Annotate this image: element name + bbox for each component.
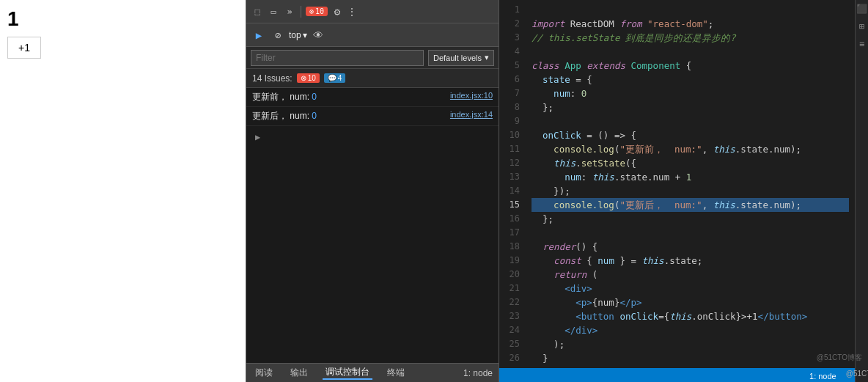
levels-label: Default levels (433, 54, 482, 62)
devtools-toolbar: ⬚ ▭ » ⊗ 10 ⚙ ⋮ (246, 0, 499, 23)
separator (301, 6, 301, 18)
gear-icon[interactable]: ⚙ (331, 5, 344, 18)
console-entry-0: 更新前， num: 0 index.jsx:10 (246, 88, 499, 107)
bottom-right-info: 1: node @51CTO博客 (809, 372, 847, 381)
cursor-icon-right[interactable]: ⬛ (856, 3, 868, 15)
error-icon: ⊗ (309, 7, 314, 15)
context-dropdown[interactable]: top ▾ (289, 30, 307, 40)
console-text: 更新后， num: 0 (252, 110, 317, 122)
expand-arrow[interactable]: ▶ (252, 131, 263, 144)
device-icon[interactable]: ▭ (267, 5, 280, 18)
error-count-badge: ⊗ 10 (297, 73, 320, 83)
left-panel: 1 +1 (0, 0, 246, 382)
code-area: 1234567891011121314151617181920212223242… (499, 0, 855, 368)
context-label: top (289, 30, 301, 40)
warning-badge-count: 4 (338, 74, 342, 82)
error-badge: ⊗ 10 (306, 7, 328, 16)
console-link-0[interactable]: index.jsx:10 (450, 91, 493, 100)
tab-read[interactable]: 阅读 (252, 367, 276, 379)
expand-row: ▶ (246, 126, 499, 146)
text-before-0: 更新前， num: (252, 92, 309, 102)
error-count: 10 (315, 7, 324, 15)
more-options-icon[interactable]: ⋮ (347, 6, 357, 18)
grid-icon-right[interactable]: ⊞ (856, 21, 868, 32)
filter-input[interactable] (251, 50, 424, 66)
levels-arrow: ▾ (485, 53, 489, 62)
console-entry-1: 更新后， num: 0 index.jsx:14 (246, 107, 499, 126)
line-numbers: 1234567891011121314151617181920212223242… (499, 0, 526, 368)
node-info: 1: node (809, 372, 836, 381)
tab-debug-console[interactable]: 调试控制台 (323, 366, 372, 380)
cursor-icon[interactable]: ⬚ (251, 5, 264, 18)
devtools-subbar: ▶ ⊘ top ▾ 👁 (246, 23, 499, 47)
plus-one-button[interactable]: +1 (7, 37, 41, 59)
bottom-node-info: 1: node (463, 368, 493, 378)
devtools-panel: ⬚ ▭ » ⊗ 10 ⚙ ⋮ ▶ ⊘ top ▾ 👁 Default level… (246, 0, 499, 382)
layers-icon-right[interactable]: ≡ (856, 38, 868, 50)
console-text: 更新前， num: 0 (252, 91, 317, 103)
editor-panel: 1234567891011121314151617181920212223242… (499, 0, 868, 382)
watermark-overlay: @51CTO博客 (817, 353, 862, 363)
devtools-bottom-bar: 阅读 输出 调试控制台 终端 1: node (246, 363, 499, 382)
num-val-1: 0 (312, 111, 317, 121)
error-badge-count: 10 (308, 74, 316, 82)
error-badge-icon: ⊗ (301, 74, 306, 82)
more-panels-icon[interactable]: » (283, 5, 296, 18)
issues-bar: 14 Issues: ⊗ 10 💬 4 (246, 69, 499, 88)
console-row: 更新后， num: 0 index.jsx:14 (252, 110, 493, 122)
play-button[interactable]: ▶ (251, 27, 267, 43)
filter-bar: Default levels ▾ (246, 47, 499, 69)
warning-count-badge: 💬 4 (324, 73, 346, 83)
num-val-0: 0 (312, 92, 317, 102)
dropdown-arrow: ▾ (303, 30, 307, 40)
issues-label: 14 Issues: (252, 73, 293, 84)
eye-icon[interactable]: 👁 (310, 27, 326, 43)
text-before-1: 更新后， num: (252, 111, 309, 121)
warning-badge-icon: 💬 (328, 74, 336, 82)
tab-terminal[interactable]: 终端 (384, 367, 408, 379)
console-messages: 更新前， num: 0 index.jsx:10 更新后， num: 0 ind… (246, 88, 499, 363)
watermark: @51CTO博客 (846, 369, 868, 379)
levels-dropdown[interactable]: Default levels ▾ (428, 50, 494, 66)
counter-display: 1 (7, 7, 238, 31)
tab-output[interactable]: 输出 (287, 367, 311, 379)
editor-bottom-bar: 1: node @51CTO博客 (499, 368, 855, 382)
code-content[interactable]: import ReactDOM from "react-dom";// this… (526, 0, 855, 368)
right-icons-panel: ⬛ ⊞ ≡ (855, 0, 868, 382)
console-link-1[interactable]: index.jsx:14 (450, 110, 493, 119)
block-button[interactable]: ⊘ (270, 27, 286, 43)
console-row: 更新前， num: 0 index.jsx:10 (252, 91, 493, 103)
